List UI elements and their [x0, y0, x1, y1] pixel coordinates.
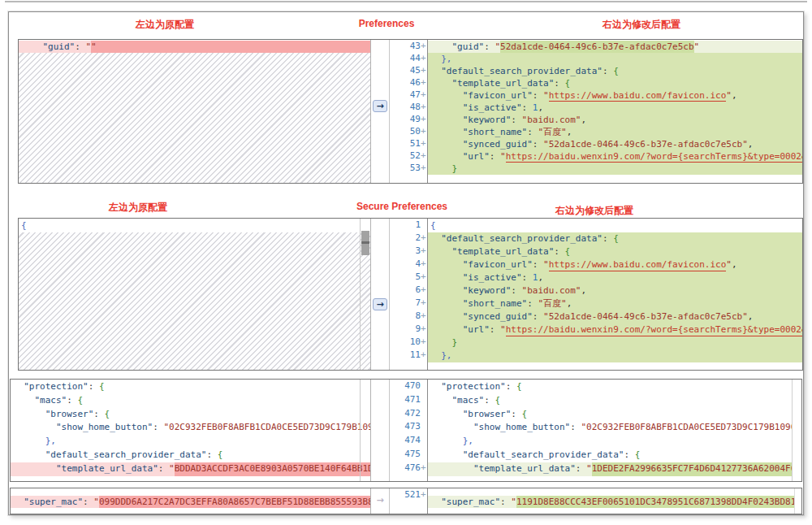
- code-line: "url": "https://baidu.wenxin9.com/?word=…: [428, 150, 802, 163]
- code-line: "protection": {: [428, 380, 801, 394]
- header2-left-original-label: 左边为原配置: [109, 201, 167, 215]
- line-number: 50+: [390, 125, 427, 137]
- code-line: },: [428, 53, 802, 65]
- code-line: },: [11, 435, 370, 449]
- copy-to-right-arrow-icon[interactable]: →: [373, 495, 387, 507]
- code-line: },: [428, 349, 802, 362]
- line-number: 49+: [390, 113, 427, 125]
- code-line: "macs": {: [11, 394, 370, 408]
- line-number: 5+: [390, 271, 427, 284]
- window-top-edge: [5, 1, 807, 2]
- preferences-diff-panel: "guid": "" → 43+44+45+46+47+48+49+50+51+…: [18, 39, 803, 184]
- line-number: 476+: [390, 462, 427, 475]
- right-pane[interactable]: "super_mac": "1191D8E88CCC43EF0065101DC3…: [428, 488, 801, 514]
- merge-gutter: →: [371, 488, 389, 514]
- code-line: "template_url_data": {: [428, 77, 802, 89]
- right-pane[interactable]: { "default_search_provider_data": { "tem…: [428, 219, 802, 370]
- line-number: 9+: [390, 323, 427, 336]
- code-line: }: [428, 336, 802, 349]
- missing-lines-hatch: [19, 53, 370, 183]
- code-line: "default_search_provider_data": {: [11, 449, 370, 462]
- secure-preferences-diff-panel: { → 12+3+4+5+6+7+8+9+10+11+ { "default_s…: [18, 218, 803, 371]
- code-line: "macs": {: [428, 394, 801, 408]
- line-number: 44+: [390, 52, 427, 64]
- code-line: {: [428, 219, 802, 232]
- line-number: 8+: [390, 310, 427, 323]
- code-line: "synced_guid": "52da1cde-0464-49c6-b37e-…: [428, 138, 802, 150]
- code-line: "show_home_button": "02C932FEB0F8ABFB1CD…: [428, 421, 801, 435]
- code-line: "browser": {: [11, 408, 370, 422]
- line-number: 1: [390, 219, 427, 232]
- right-pane[interactable]: "protection": { "macs": { "browser": { "…: [428, 380, 801, 481]
- line-numbers: 521+: [389, 488, 428, 514]
- line-number: 474: [390, 434, 427, 448]
- code-line: "is_active": 1,: [428, 102, 802, 114]
- merge-gutter: [371, 380, 389, 481]
- code-line: "default_search_provider_data": {: [428, 65, 802, 77]
- line-number: 7+: [390, 297, 427, 310]
- code-line: "url": "https://baidu.wenxin9.com/?word=…: [428, 323, 802, 336]
- header-filename-secure-preferences: Secure Preferences: [356, 201, 447, 212]
- code-line: "keyword": "baidu.com",: [428, 114, 802, 126]
- code-line: "default_search_provider_data": {: [428, 232, 802, 245]
- vertical-scrollbar[interactable]: [360, 380, 370, 481]
- vertical-scrollbar[interactable]: [360, 219, 370, 370]
- code-line: "template_url_data": {: [428, 245, 802, 258]
- code-line: "favicon_url": "https://www.baidu.com/fa…: [428, 258, 802, 271]
- code-line: "default_search_provider_data": {: [428, 449, 801, 462]
- code-line: "keyword": "baidu.com",: [428, 284, 802, 297]
- line-number: 46+: [390, 76, 427, 89]
- code-line: "super_mac": "1191D8E88CCC43EF0065101DC3…: [428, 496, 801, 508]
- code-line: "template_url_data": "1DEDE2FA2996635FC7…: [428, 462, 801, 476]
- line-number: 48+: [390, 101, 427, 113]
- line-number: 6+: [390, 284, 427, 297]
- right-pane[interactable]: "guid": "52da1cde-0464-49c6-b37e-afdac0c…: [428, 40, 802, 183]
- merge-gutter: →: [371, 219, 389, 370]
- scrollbar-thumb[interactable]: [361, 231, 369, 255]
- code-line: "short_name": "百度",: [428, 297, 802, 310]
- code-line: "guid": "": [19, 41, 370, 53]
- line-numbers: 12+3+4+5+6+7+8+9+10+11+: [389, 219, 428, 370]
- code-line: "template_url_data": "BDDAD3ACCDF3AC0E89…: [11, 462, 370, 476]
- code-line: },: [428, 435, 801, 449]
- header-filename-preferences: Preferences: [359, 18, 415, 29]
- left-pane[interactable]: "protection": { "macs": { "browser": { "…: [11, 380, 371, 481]
- line-number: 45+: [390, 64, 427, 76]
- left-pane[interactable]: {: [19, 219, 371, 370]
- line-number: 475: [390, 448, 427, 462]
- line-number: 472: [390, 407, 427, 421]
- code-line: "favicon_url": "https://www.baidu.com/fa…: [428, 89, 802, 102]
- code-line: "short_name": "百度",: [428, 126, 802, 138]
- code-line: "super_mac": "099DDD6A217C2A7DC3EFFA80A8…: [11, 496, 370, 508]
- protection-macs-diff-panel: "protection": { "macs": { "browser": { "…: [10, 379, 802, 482]
- line-number: 43+: [390, 40, 427, 52]
- header-right-modified-label: 右边为修改后配置: [603, 18, 680, 32]
- header-left-original-label: 左边为原配置: [136, 18, 194, 32]
- code-line: "synced_guid": "52da1cde-0464-49c6-b37e-…: [428, 310, 802, 323]
- left-pane[interactable]: "guid": "": [19, 40, 371, 183]
- line-number: 471: [390, 393, 427, 407]
- line-numbers: 43+44+45+46+47+48+49+50+51+52+53+: [389, 40, 428, 183]
- code-line: "show_home_button": "02C932FEB0F8ABFB1CD…: [11, 421, 370, 435]
- line-number: 10+: [390, 336, 427, 349]
- line-numbers: 470471472473474475476+: [389, 380, 428, 481]
- line-number: 51+: [390, 137, 427, 150]
- line-number: 3+: [390, 245, 427, 258]
- right-margin-strip: [792, 380, 801, 481]
- code-line: "protection": {: [11, 380, 370, 394]
- line-number: 521+: [390, 488, 427, 501]
- header2-right-modified-label: 右边为修改后配置: [555, 204, 633, 218]
- line-number: 53+: [390, 162, 427, 174]
- line-number: 2+: [390, 232, 427, 245]
- code-line: }: [428, 163, 802, 175]
- copy-to-right-arrow-button[interactable]: →: [373, 298, 387, 310]
- diff-window: 左边为原配置 Preferences 右边为修改后配置 "guid": "" →…: [8, 11, 804, 515]
- code-line: {: [19, 219, 370, 232]
- code-line: "guid": "52da1cde-0464-49c6-b37e-afdac0c…: [428, 41, 802, 53]
- line-number: 11+: [390, 349, 427, 362]
- super-mac-diff-panel: "super_mac": "099DDD6A217C2A7DC3EFFA80A8…: [10, 488, 802, 514]
- left-pane[interactable]: "super_mac": "099DDD6A217C2A7DC3EFFA80A8…: [11, 488, 371, 514]
- code-line: "is_active": 1,: [428, 271, 802, 284]
- merge-gutter: →: [371, 40, 389, 183]
- copy-to-right-arrow-button[interactable]: →: [373, 100, 387, 112]
